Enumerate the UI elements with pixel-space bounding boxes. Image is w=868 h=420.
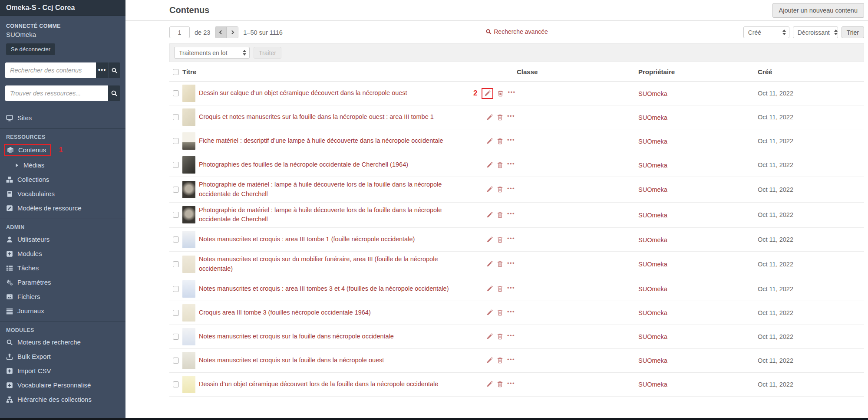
row-checkbox[interactable]	[173, 261, 179, 267]
edit-pencil-icon[interactable]	[486, 186, 493, 193]
more-actions-icon[interactable]: •••	[507, 186, 515, 191]
delete-trash-icon[interactable]	[497, 212, 503, 218]
sidebar-item-modeles-de-ressource[interactable]: Modèles de ressource	[0, 201, 125, 215]
item-title-link[interactable]: Notes manuscrites et croquis : area III …	[199, 284, 449, 294]
delete-trash-icon[interactable]	[497, 138, 503, 144]
sidebar-item-moteurs-de-recherche[interactable]: Moteurs de recherche	[0, 335, 125, 349]
owner-link[interactable]: SUOmeka	[638, 138, 667, 145]
delete-trash-icon[interactable]	[497, 285, 503, 292]
sidebar-item-sites[interactable]: Sites	[0, 111, 125, 125]
item-title-link[interactable]: Dessin d’un objet céramique découvert lo…	[199, 380, 438, 389]
sidebar-item-journaux[interactable]: Journaux	[0, 304, 125, 318]
sidebar-item-contenus[interactable]: Contenus 1	[0, 142, 125, 158]
item-title-link[interactable]: Croquis et notes manuscrites sur la foui…	[199, 112, 434, 122]
owner-link[interactable]: SUOmeka	[638, 381, 667, 388]
edit-pencil-icon[interactable]	[486, 357, 493, 364]
edit-pencil-icon[interactable]	[486, 285, 493, 292]
sidebar-item-bulk-export[interactable]: Bulk Export	[0, 349, 125, 364]
edit-pencil-icon[interactable]	[486, 261, 493, 267]
row-checkbox[interactable]	[173, 90, 179, 96]
sidebar-item-import-csv[interactable]: Import CSV	[0, 364, 125, 378]
row-checkbox[interactable]	[173, 114, 179, 120]
delete-trash-icon[interactable]	[497, 186, 503, 193]
owner-link[interactable]: SUOmeka	[638, 212, 667, 219]
row-checkbox[interactable]	[173, 187, 179, 193]
item-title-link[interactable]: Notes manuscrites et croquis sur la foui…	[199, 332, 394, 341]
edit-pencil-icon[interactable]	[486, 212, 493, 218]
delete-trash-icon[interactable]	[497, 357, 503, 364]
more-actions-icon[interactable]: •••	[507, 260, 515, 266]
more-actions-icon[interactable]: •••	[507, 161, 515, 167]
previous-page-button[interactable]	[215, 27, 227, 38]
edit-pencil-icon[interactable]	[486, 114, 493, 121]
add-content-button[interactable]: Ajouter un nouveau contenu	[772, 3, 864, 18]
page-number-input[interactable]	[169, 26, 190, 38]
delete-trash-icon[interactable]	[497, 114, 503, 121]
sidebar-item-parametres[interactable]: Paramètres	[0, 275, 125, 289]
more-actions-icon[interactable]: •••	[507, 113, 515, 119]
more-actions-icon[interactable]: •••	[507, 357, 515, 362]
row-checkbox[interactable]	[173, 212, 179, 218]
more-actions-icon[interactable]: •••	[507, 236, 515, 241]
row-checkbox[interactable]	[173, 138, 179, 144]
delete-trash-icon[interactable]	[497, 261, 503, 267]
sidebar-item-taches[interactable]: Tâches	[0, 261, 125, 275]
sidebar-item-utilisateurs[interactable]: Utilisateurs	[0, 232, 125, 246]
more-actions-icon[interactable]: •••	[508, 89, 515, 95]
item-title-link[interactable]: Notes manuscrites et croquis : area III …	[199, 235, 415, 244]
sidebar-item-modules[interactable]: Modules	[0, 246, 125, 261]
sidebar-item-fichiers[interactable]: Fichiers	[0, 289, 125, 304]
sort-direction-select[interactable]: Décroissant	[793, 26, 838, 38]
row-checkbox[interactable]	[173, 358, 179, 364]
owner-link[interactable]: SUOmeka	[638, 90, 667, 97]
more-actions-icon[interactable]: •••	[507, 381, 515, 386]
batch-process-button[interactable]: Traiter	[254, 47, 281, 59]
more-actions-icon[interactable]: •••	[507, 285, 515, 291]
row-checkbox[interactable]	[173, 381, 179, 387]
delete-trash-icon[interactable]	[497, 381, 503, 387]
edit-pencil-icon[interactable]	[486, 236, 493, 243]
select-all-checkbox[interactable]	[173, 69, 179, 75]
delete-trash-icon[interactable]	[497, 333, 503, 340]
batch-action-select[interactable]: Traitements en lot	[174, 47, 250, 59]
edit-pencil-icon[interactable]	[486, 333, 493, 340]
row-checkbox[interactable]	[173, 334, 179, 340]
search-options-button[interactable]: •••	[96, 62, 108, 78]
item-title-link[interactable]: Dessin sur calque d’un objet céramique d…	[199, 89, 407, 98]
owner-link[interactable]: SUOmeka	[638, 186, 667, 193]
item-title-link[interactable]: Photographie de matériel : lampe à huile…	[199, 180, 472, 199]
item-title-link[interactable]: Photographies des fouilles de la nécropo…	[199, 160, 408, 170]
advanced-search-link[interactable]: Recherche avancée	[485, 28, 548, 35]
owner-link[interactable]: SUOmeka	[638, 357, 667, 364]
sort-button[interactable]: Trier	[842, 26, 864, 38]
next-page-button[interactable]	[227, 27, 238, 38]
sort-field-select[interactable]: Créé	[743, 26, 789, 38]
sidebar-item-vocabulaire-personnalise[interactable]: Vocabulaire Personnalisé	[0, 378, 125, 392]
item-title-link[interactable]: Notes manuscrites et croquis sur la foui…	[199, 356, 384, 365]
sidebar-item-vocabulaires[interactable]: Vocabulaires	[0, 187, 125, 201]
edit-pencil-icon[interactable]	[486, 309, 493, 316]
owner-link[interactable]: SUOmeka	[638, 236, 667, 243]
more-actions-icon[interactable]: •••	[507, 211, 515, 217]
edit-pencil-icon[interactable]	[484, 90, 491, 97]
owner-link[interactable]: SUOmeka	[638, 309, 667, 316]
row-checkbox[interactable]	[173, 310, 179, 316]
item-title-link[interactable]: Fiche matériel : descriptif d’une lampe …	[199, 136, 443, 146]
logout-button[interactable]: Se déconnecter	[6, 43, 55, 55]
find-resources-input[interactable]	[5, 85, 108, 101]
item-title-link[interactable]: Notes manuscrites et croquis sur du mobi…	[199, 255, 472, 274]
find-resources-button[interactable]	[108, 85, 120, 101]
delete-trash-icon[interactable]	[497, 90, 504, 97]
edit-pencil-icon[interactable]	[486, 381, 493, 387]
more-actions-icon[interactable]: •••	[507, 333, 515, 338]
sidebar-item-medias[interactable]: Médias	[0, 158, 125, 172]
delete-trash-icon[interactable]	[497, 162, 503, 168]
owner-link[interactable]: SUOmeka	[638, 162, 667, 169]
more-actions-icon[interactable]: •••	[507, 137, 515, 143]
item-title-link[interactable]: Croquis area III tombe 3 (fouilles nécro…	[199, 308, 371, 318]
owner-link[interactable]: SUOmeka	[638, 285, 667, 292]
owner-link[interactable]: SUOmeka	[638, 261, 667, 268]
delete-trash-icon[interactable]	[497, 309, 503, 316]
search-contents-input[interactable]	[5, 62, 96, 78]
edit-pencil-icon[interactable]	[486, 138, 493, 144]
